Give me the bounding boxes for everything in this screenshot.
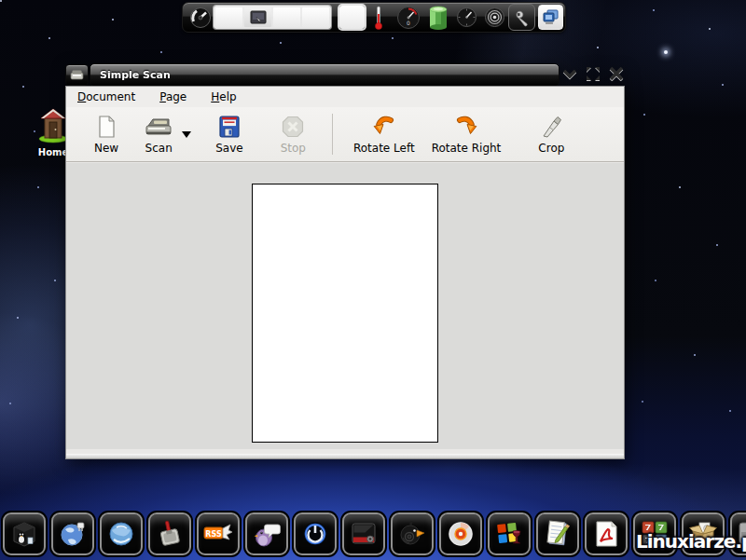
dock-item-pdf-reader[interactable] <box>585 512 628 555</box>
workspace-cell-2[interactable] <box>244 7 271 27</box>
wrench-icon <box>513 8 532 27</box>
dock-item-media-center[interactable] <box>342 512 385 555</box>
dock-item-wine[interactable] <box>488 512 531 555</box>
display-button-frame <box>538 5 563 30</box>
dock-item-toggle-device[interactable] <box>148 512 191 555</box>
power-button-icon <box>300 519 330 549</box>
workspace-cell-3[interactable] <box>273 7 300 27</box>
crop-icon <box>539 115 563 139</box>
rss-label: RSS <box>205 530 222 539</box>
rotate-left-label: Rotate Left <box>353 142 415 155</box>
window-body: Document Page Help New <box>65 86 625 456</box>
rotate-left-button[interactable]: Rotate Left <box>346 110 422 158</box>
pdf-reader-icon <box>591 519 621 549</box>
workspace-cell-1[interactable] <box>215 7 242 27</box>
rotate-left-icon <box>371 115 397 139</box>
scanned-page[interactable] <box>252 184 438 443</box>
rotate-right-icon <box>453 115 479 139</box>
save-label: Save <box>215 142 242 155</box>
songbird-icon <box>397 519 427 549</box>
media-center-icon <box>349 519 379 549</box>
dock-item-power-media[interactable] <box>294 512 337 555</box>
window-resize-bar[interactable] <box>65 454 625 459</box>
displays-icon <box>542 8 560 26</box>
bright-star <box>664 50 668 54</box>
speaker-icon <box>484 7 505 28</box>
rotate-right-label: Rotate Right <box>432 142 502 155</box>
top-panel: 0 <box>182 2 566 33</box>
disc-burner-icon <box>446 519 476 549</box>
menu-document[interactable]: Document <box>77 90 135 103</box>
rss-reader-icon: RSS <box>202 519 234 549</box>
bottom-dock: RSS <box>3 512 746 555</box>
wine-icon <box>494 519 524 549</box>
clock-gauge-icon <box>456 7 477 28</box>
dock-item-water-globe[interactable] <box>100 512 143 555</box>
dock-item-songbird[interactable] <box>391 512 434 555</box>
rotate-right-button[interactable]: Rotate Right <box>424 110 509 158</box>
scanner-icon <box>145 115 173 139</box>
simple-scan-window: Simple Scan <box>65 63 625 459</box>
dock-item-globe-network[interactable] <box>51 512 94 555</box>
save-floppy-icon <box>217 115 242 139</box>
scan-button[interactable]: Scan <box>137 110 180 158</box>
globe-network-icon <box>58 519 88 549</box>
wrench-button-frame <box>508 4 535 31</box>
dock-item-pidgin-messenger[interactable] <box>245 512 288 555</box>
menu-page[interactable]: Page <box>159 90 186 103</box>
stop-button[interactable]: Stop <box>273 110 313 158</box>
new-button[interactable]: New <box>87 110 126 158</box>
maximize-button[interactable] <box>585 65 601 82</box>
pager-frame <box>214 6 331 29</box>
starfield <box>0 0 2 2</box>
dock-item-tux-package[interactable] <box>3 512 46 555</box>
maximize-icon <box>586 66 601 81</box>
window-menu-button[interactable] <box>65 64 89 86</box>
speedometer-widget[interactable]: 0 <box>395 3 421 32</box>
window-title: Simple Scan <box>100 69 171 81</box>
empty-workspace-icon <box>339 6 365 29</box>
stop-label: Stop <box>281 142 306 155</box>
wrench-settings-button[interactable] <box>508 3 535 32</box>
scan-dropdown-arrow[interactable] <box>182 131 191 138</box>
knob-icon <box>189 7 212 29</box>
workspace-cell-4[interactable] <box>302 7 329 27</box>
speedometer-icon: 0 <box>396 6 421 30</box>
battery-widget[interactable] <box>426 3 450 32</box>
titlebar-pill[interactable]: Simple Scan <box>90 63 560 87</box>
crop-button[interactable]: Crop <box>531 110 572 158</box>
close-button[interactable] <box>608 65 625 82</box>
close-icon <box>609 66 624 81</box>
water-globe-icon <box>106 519 136 549</box>
desktop: 0 <box>0 0 746 560</box>
dock-item-notes-editor[interactable] <box>536 512 579 555</box>
workspace-pager[interactable] <box>214 3 331 32</box>
toggle-device-icon <box>155 519 185 549</box>
shade-button[interactable] <box>561 65 578 82</box>
toolbar-separator <box>332 114 333 155</box>
battery-icon <box>427 5 449 31</box>
single-workspace-cell[interactable] <box>339 3 365 32</box>
toolbar: New Scan <box>66 107 624 162</box>
dock-item-rss-reader[interactable]: RSS <box>197 512 240 555</box>
scan-preview-area <box>66 163 624 449</box>
clock-gauge-widget[interactable] <box>455 3 478 32</box>
crop-label: Crop <box>538 142 564 155</box>
stop-icon <box>281 115 305 139</box>
speedometer-value: 0 <box>407 19 410 25</box>
scanner-app-icon <box>70 69 84 81</box>
new-document-icon <box>94 115 118 139</box>
menu-help[interactable]: Help <box>211 90 236 103</box>
thermometer-widget[interactable] <box>372 3 385 32</box>
dock-item-disc-burner[interactable] <box>439 512 482 555</box>
save-button[interactable]: Save <box>208 110 250 158</box>
speaker-widget[interactable] <box>483 3 506 32</box>
knob-dial-icon[interactable] <box>188 3 213 32</box>
window-controls <box>561 65 625 82</box>
new-label: New <box>94 142 118 155</box>
window-titlebar[interactable]: Simple Scan <box>65 63 625 86</box>
display-switcher-button[interactable] <box>538 3 563 32</box>
menubar: Document Page Help <box>66 87 624 107</box>
notes-editor-icon <box>543 519 573 549</box>
thermometer-icon <box>373 5 384 31</box>
